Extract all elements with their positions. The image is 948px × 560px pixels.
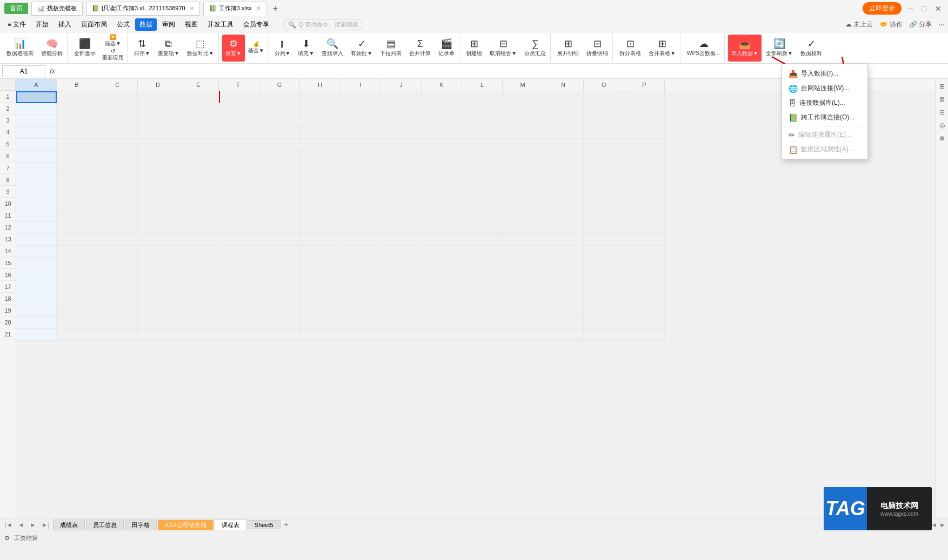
col-header-I[interactable]: I — [341, 79, 381, 91]
login-button[interactable]: 立即登录 — [863, 2, 902, 15]
tab-2[interactable]: 📗 [只读]工作簿3.xl...22111538970 ✕ — [86, 2, 200, 16]
row-17[interactable]: 17 — [0, 281, 16, 293]
tab-3-close[interactable]: ✕ — [256, 5, 261, 11]
col-header-C[interactable]: C — [97, 79, 138, 91]
right-panel-btn-4[interactable]: ◎ — [937, 120, 947, 131]
col-header-G[interactable]: G — [259, 79, 300, 91]
tab-2-close[interactable]: ✕ — [190, 5, 194, 11]
cell-A1[interactable] — [16, 91, 57, 103]
close-button[interactable]: ✕ — [933, 4, 944, 13]
sheet-tab-6[interactable]: Sheet5 — [248, 520, 281, 529]
cell-O1[interactable] — [584, 91, 624, 103]
col-header-F[interactable]: F — [219, 79, 259, 91]
row-2[interactable]: 2 — [0, 103, 16, 114]
dropdown-item-db-connect[interactable]: 🗄 连接数据库(L)... — [782, 96, 867, 110]
cloud-status[interactable]: ☁ 未上云 — [845, 20, 873, 29]
sheet-tab-1[interactable]: 成绩表 — [53, 519, 85, 530]
sheet-tab-5[interactable]: 课程表 — [215, 519, 246, 530]
data-compare-button[interactable]: ⬚ 数据对比▼ — [184, 35, 217, 62]
col-header-H[interactable]: H — [300, 79, 341, 91]
menu-insert[interactable]: 插入 — [54, 18, 76, 31]
expand-outline-button[interactable]: ⊞ 展开明细 — [554, 35, 582, 62]
filter-button[interactable]: 🔽 筛选▼ — [100, 35, 126, 48]
fund-button[interactable]: 💰 基金▼ — [246, 42, 266, 55]
import-data-button[interactable]: 📥 导入数据▼ — [728, 35, 762, 62]
cell-H1[interactable] — [300, 91, 341, 103]
menu-file[interactable]: ≡ 文件 — [3, 18, 30, 31]
row-3[interactable]: 3 — [0, 114, 16, 126]
menu-start[interactable]: 开始 — [31, 18, 53, 31]
columns-button[interactable]: ⫿ 分列▼ — [271, 35, 294, 62]
dropdown-item-web-connect[interactable]: 🌐 自网站连接(W)... — [782, 81, 867, 96]
cell-I1[interactable] — [341, 91, 381, 103]
validation-button[interactable]: ✓ 有效性▼ — [348, 35, 376, 62]
col-header-M[interactable]: M — [503, 79, 543, 91]
col-header-N[interactable]: N — [543, 79, 584, 91]
right-panel-btn-2[interactable]: ⊠ — [937, 94, 947, 105]
col-header-E[interactable]: E — [178, 79, 219, 91]
filter-all-button[interactable]: ⬛ 全部显示 — [71, 35, 99, 62]
row-5[interactable]: 5 — [0, 138, 16, 150]
col-header-A[interactable]: A — [16, 79, 57, 91]
sort-button[interactable]: ⇅ 排序▼ — [131, 35, 153, 62]
sheet-tab-3[interactable]: 田字格 — [125, 519, 157, 530]
menu-formula[interactable]: 公式 — [112, 18, 134, 31]
row-8[interactable]: 8 — [0, 174, 16, 186]
col-header-L[interactable]: L — [462, 79, 503, 91]
sheet-scroll-left[interactable]: ◄ — [931, 521, 937, 529]
wps-cloud-button[interactable]: ☁ WPS云数据... — [684, 35, 723, 62]
right-panel-btn-3[interactable]: ⊟ — [937, 107, 947, 118]
row-16[interactable]: 16 — [0, 269, 16, 281]
search-box[interactable]: 🔍 Q 查找命令、搜索模板 — [283, 19, 363, 30]
cell-reference-input[interactable] — [2, 65, 45, 77]
sheet-scroll-right[interactable]: ► — [939, 521, 946, 529]
sheet-nav-first[interactable]: |◄ — [2, 521, 15, 529]
ungroup-button[interactable]: ⊟ 取消组合▼ — [486, 35, 520, 62]
right-panel-btn-5[interactable]: ⊕ — [937, 133, 947, 144]
row-9[interactable]: 9 — [0, 186, 16, 198]
cell-N1[interactable] — [543, 91, 584, 103]
sheet-tab-4[interactable]: XXX公司销售额 — [158, 519, 213, 530]
menu-view[interactable]: 视图 — [181, 18, 202, 31]
col-header-K[interactable]: K — [422, 79, 462, 91]
col-header-P[interactable]: P — [624, 79, 665, 91]
row-13[interactable]: 13 — [0, 233, 16, 245]
maximize-button[interactable]: □ — [920, 4, 929, 13]
col-header-O[interactable]: O — [584, 79, 624, 91]
refresh-all-button[interactable]: 🔄 全部刷新▼ — [763, 35, 796, 62]
cell-B1[interactable] — [57, 91, 97, 103]
row-6[interactable]: 6 — [0, 150, 16, 162]
row-1[interactable]: 1 — [0, 91, 16, 103]
create-group-button[interactable]: ⊞ 创建组 — [463, 35, 485, 62]
share-btn[interactable]: 🔗 分享 — [909, 20, 932, 29]
cell-B2[interactable] — [57, 103, 97, 115]
right-panel-btn-1[interactable]: ⊞ — [937, 81, 947, 92]
row-10[interactable]: 10 — [0, 198, 16, 210]
row-21[interactable]: 21 — [0, 328, 16, 340]
cell-G1[interactable] — [259, 91, 300, 103]
smart-analysis-button[interactable]: 🧠 智能分析 — [38, 35, 66, 62]
col-header-J[interactable]: J — [381, 79, 422, 91]
tab-add-button[interactable]: + — [270, 4, 281, 14]
sheet-nav-prev[interactable]: ◄ — [16, 521, 26, 529]
cell-K1[interactable] — [422, 91, 462, 103]
col-header-B[interactable]: B — [57, 79, 97, 91]
row-11[interactable]: 11 — [0, 210, 16, 221]
cell-J1[interactable] — [381, 91, 422, 103]
row-7[interactable]: 7 — [0, 162, 16, 174]
dropdown-item-import-data[interactable]: 📥 导入数据(I)... — [782, 66, 867, 81]
cell-P1[interactable] — [624, 91, 665, 103]
menu-vip[interactable]: 会员专享 — [239, 18, 273, 31]
cell-F1[interactable] — [219, 91, 259, 103]
tab-1[interactable]: 📊 找板壳模板 — [31, 2, 83, 16]
duplicate-button[interactable]: ⧉ 重复项▼ — [155, 35, 183, 62]
cell-C1[interactable] — [97, 91, 138, 103]
split-table-button[interactable]: ⊡ 拆分表格 — [616, 35, 644, 62]
tab-3[interactable]: 📗 工作簿3.xlsx ✕ — [203, 2, 266, 16]
row-18[interactable]: 18 — [0, 293, 16, 305]
data-pivot-button[interactable]: 📊 数据透视表 — [3, 35, 37, 62]
row-14[interactable]: 14 — [0, 245, 16, 257]
menu-dev-tools[interactable]: 开发工具 — [203, 18, 238, 31]
fill-button[interactable]: ⬇ 填充▼ — [295, 35, 317, 62]
cell-L1[interactable] — [462, 91, 503, 103]
